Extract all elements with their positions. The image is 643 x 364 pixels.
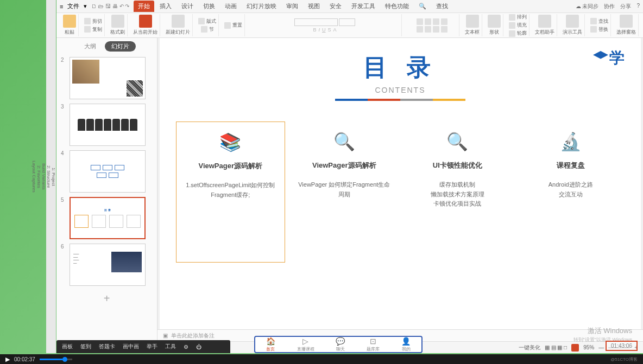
thumbnail-6[interactable]: 6 ━━━━━━━━━━━━━━━━━ [56, 241, 157, 288]
font-selector[interactable] [294, 18, 355, 26]
docs-helper-label: 文档助手 [535, 29, 554, 36]
box-4-desc: Android进阶之路 交流互动 [521, 180, 621, 199]
select-pane-icon[interactable] [620, 15, 633, 28]
ide-tab-favorites[interactable]: 2: Favorites [36, 161, 41, 193]
nav-question[interactable]: ⊡题库库 [367, 337, 380, 352]
font-style-buttons[interactable]: BIUSA [313, 27, 336, 33]
content-box-4[interactable]: 🔬 课程复盘 Android进阶之路 交流互动 [517, 122, 625, 263]
ide-tab-structure[interactable]: 2: Structure [46, 161, 51, 192]
quick-access-icons[interactable]: 🗋 🗁 🖫 🖶 ↶ ↷ [91, 3, 129, 9]
titlebar-right: ☁ 未同步 协作 分享 ? [576, 3, 640, 10]
duration-box: 01:43:06 [606, 341, 638, 351]
paragraph-align[interactable] [417, 18, 447, 25]
tool-tools[interactable]: 工具 [165, 343, 176, 350]
ide-tab-project[interactable]: 1: Project [51, 163, 56, 190]
slide-canvas[interactable]: 学 目 录 CONTENTS 📚 ViewPager源码解析 1.setOffs… [160, 38, 641, 329]
books-icon: 📚 [181, 132, 280, 151]
nav-live[interactable]: ▷直播课程 [297, 337, 314, 352]
tab-start[interactable]: 开始 [134, 1, 154, 12]
sync-status[interactable]: ☁ 未同步 [576, 3, 599, 10]
tool-signin[interactable]: 签到 [80, 343, 91, 350]
tab-features[interactable]: 特色功能 [381, 1, 413, 12]
shape-icon[interactable] [488, 15, 501, 28]
notes-placeholder: 单击此处添加备注 [171, 332, 215, 340]
tab-view[interactable]: 视图 [304, 1, 324, 12]
view-buttons[interactable]: ▦ ▤ ▦ □ [545, 344, 567, 350]
file-menu[interactable]: 文件 [67, 2, 79, 10]
play-button[interactable] [571, 344, 579, 352]
hamburger-icon[interactable]: ≡ [60, 3, 63, 10]
title-underline [335, 99, 465, 101]
progress-bar[interactable] [40, 359, 72, 360]
power-icon[interactable]: ⏻ [196, 344, 201, 350]
copy-icon[interactable] [84, 26, 91, 33]
tab-devtools[interactable]: 开发工具 [347, 1, 380, 12]
tab-slideshow[interactable]: 幻灯片放映 [242, 1, 281, 12]
play-icon: ▷ [302, 337, 308, 346]
ide-tab-variants[interactable]: Build Variants [41, 159, 46, 194]
copy-label: 复制 [92, 26, 102, 33]
nav-chat[interactable]: 💬聊天 [336, 337, 345, 352]
tool-canvas[interactable]: 画板 [62, 343, 73, 350]
format-painter-icon[interactable] [111, 15, 124, 28]
tab-security[interactable]: 安全 [325, 1, 346, 12]
content-box-2[interactable]: 🔍 ViewPager源码解析 ViewPager 如何绑定Fragment生命… [291, 122, 399, 263]
tab-animation[interactable]: 动画 [220, 1, 241, 12]
nav-profile[interactable]: 👤我的 [401, 337, 411, 352]
beautify-button[interactable]: 一键美化 [519, 344, 540, 352]
add-slide-button[interactable]: + [56, 288, 157, 309]
replace-label[interactable]: 替换 [598, 26, 608, 33]
share-button[interactable]: 分享 [620, 3, 631, 10]
textbox-icon[interactable] [466, 15, 479, 28]
help-button[interactable]: ? [636, 3, 640, 10]
video-player-bar: ▶ 00:02:37 @51CTO博客 [0, 354, 643, 364]
thumbnail-2[interactable]: 2 [56, 55, 157, 101]
thumbnail-3[interactable]: 3 [56, 101, 157, 148]
layout-label[interactable]: 版式 [206, 18, 216, 25]
gear-icon[interactable]: ⚙ [184, 344, 188, 350]
video-icon: ⊡ [370, 337, 376, 346]
presentation-tool-label: 演示工具 [563, 29, 582, 36]
thumbnail-5[interactable]: 5 目 录 [56, 195, 157, 241]
tool-quiz[interactable]: 答题卡 [99, 343, 115, 350]
tool-raisehand[interactable]: 举手 [147, 343, 157, 350]
reset-icon[interactable] [224, 22, 231, 29]
wps-presentation-window: ≡ 文件 ▾ 🗋 🗁 🖫 🖶 ↶ ↷ 开始 插入 设计 切换 动画 幻灯片放映 … [56, 0, 643, 353]
ide-side-tabs[interactable]: 1: Project 2: Structure Build Variants 2… [46, 0, 56, 353]
outline-label[interactable]: 轮廓 [517, 30, 527, 37]
collab-button[interactable]: 协作 [604, 3, 615, 10]
slide-subtitle: CONTENTS [160, 86, 641, 94]
tool-pip[interactable]: 画中画 [123, 343, 139, 350]
tab-insert[interactable]: 插入 [155, 1, 176, 12]
nav-home[interactable]: 🏠首页 [266, 337, 275, 352]
progress-thumb[interactable] [62, 357, 67, 362]
tab-outline[interactable]: 大纲 [78, 41, 103, 52]
tab-find[interactable]: 查找 [432, 1, 452, 12]
cut-icon[interactable] [84, 18, 91, 24]
dropdown-icon[interactable]: ▾ [84, 3, 87, 10]
content-box-3[interactable]: 🔍 UI卡顿性能优化 缓存加载机制 懒加载技术方案原理 卡顿优化项目实战 [404, 122, 512, 263]
notes-icon: ▣ [163, 333, 168, 339]
arrange-label[interactable]: 排列 [517, 14, 527, 21]
thumb-number: 3 [61, 104, 66, 110]
cut-label: 剪切 [92, 18, 102, 25]
ide-tab-captures[interactable]: Layout Captures [31, 156, 36, 197]
tab-review[interactable]: 审阅 [282, 1, 302, 12]
tab-design[interactable]: 设计 [177, 1, 198, 12]
thumbnail-4[interactable]: 4 [56, 148, 157, 195]
new-slide-icon[interactable] [172, 15, 185, 28]
presentation-tool-icon[interactable] [566, 15, 579, 28]
section-label[interactable]: 节 [209, 26, 214, 33]
from-current-icon[interactable] [139, 15, 152, 28]
play-button[interactable]: ▶ [5, 356, 10, 363]
content-box-1[interactable]: 📚 ViewPager源码解析 1.setOffscreenPageLimit如… [176, 122, 285, 263]
fill-label[interactable]: 填充 [517, 22, 527, 29]
user-icon: 👤 [401, 337, 411, 346]
tab-slides-view[interactable]: 幻灯片 [105, 41, 136, 52]
find-label[interactable]: 查找 [598, 18, 608, 25]
paragraph-list[interactable] [417, 26, 447, 33]
paste-icon[interactable] [63, 15, 76, 28]
tab-transition[interactable]: 切换 [199, 1, 219, 12]
docs-helper-icon[interactable] [538, 15, 551, 28]
zoom-out[interactable]: — [598, 344, 604, 350]
